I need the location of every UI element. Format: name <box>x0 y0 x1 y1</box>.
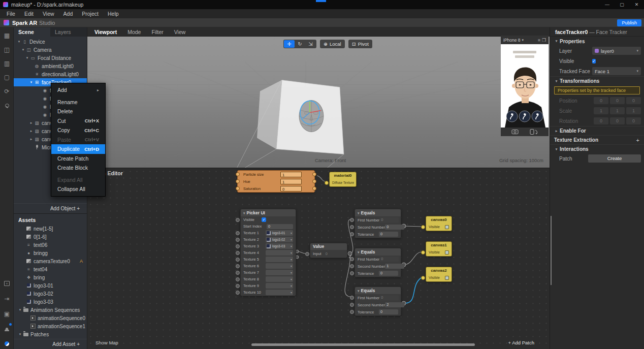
value-input[interactable]: 0 <box>379 257 399 262</box>
patch-editor[interactable]: Patch Editor Particle size1Hue1Saturatio… <box>87 168 550 349</box>
add-folder-icon[interactable] <box>0 278 14 289</box>
value-input[interactable]: 1 <box>280 172 302 177</box>
rotate-device-icon[interactable] <box>530 130 537 135</box>
input-port[interactable] <box>236 179 240 183</box>
columns-icon[interactable]: ▥ <box>0 58 14 69</box>
asset-item-animation-sequences[interactable]: ▾Animation Sequences <box>14 306 87 314</box>
texture-dropdown[interactable]: ▾ <box>266 290 293 295</box>
menubar-item-add[interactable]: Add <box>59 9 78 18</box>
local-space-button[interactable]: ⊕ Local <box>320 40 345 48</box>
horizontal-scrollbar[interactable] <box>251 343 475 346</box>
input-port[interactable] <box>236 172 240 176</box>
asset-item-bringg[interactable]: ●bringg <box>14 249 87 257</box>
canvas-node-2[interactable]: canvas2Visible <box>426 267 452 282</box>
color-adjustment-node[interactable]: Particle size1Hue1Saturation0 <box>237 170 315 193</box>
scene-item-focal-distance[interactable]: ▾▭Focal Distance <box>14 54 87 62</box>
expand-arrow-icon[interactable]: ▾ <box>29 80 34 84</box>
viewport-menu-view[interactable]: View <box>174 29 191 35</box>
equals-node-0[interactable]: ▾EqualsFirst Number0Second Number0Tolera… <box>355 209 401 238</box>
context-menu-item-copy[interactable]: CopyCtrl+C <box>51 125 105 135</box>
rotate-tool-button[interactable]: ↻ <box>295 40 305 48</box>
diffuse-texture-port[interactable] <box>325 181 329 185</box>
value-input-value[interactable]: 0 <box>326 251 328 256</box>
context-menu-item-delete[interactable]: Delete <box>51 107 105 116</box>
texture-input-port[interactable] <box>236 244 240 248</box>
input-port[interactable] <box>350 225 354 229</box>
asset-item-animationsequence0[interactable]: animationSequence0 <box>14 314 87 322</box>
texture-dropdown[interactable]: ▾ <box>266 257 293 262</box>
asset-item-text04[interactable]: ≡text04 <box>14 265 87 273</box>
show-map-button[interactable]: Show Map <box>95 340 118 345</box>
section-interactions[interactable]: ▾ Interactions <box>550 144 644 153</box>
texture-input-port[interactable] <box>236 258 240 262</box>
simulator-menu-icon[interactable]: ≡ <box>538 38 540 43</box>
search-icon[interactable] <box>0 101 14 111</box>
transform-value-cell[interactable]: 0 <box>626 117 641 124</box>
context-menu-item-duplicate[interactable]: DuplicateCtrl+D <box>51 144 105 154</box>
account-icon[interactable] <box>0 324 14 334</box>
input-port[interactable] <box>350 296 354 300</box>
texture-dropdown[interactable]: logo3-02▾ <box>266 237 293 242</box>
value-input[interactable]: 0 <box>379 217 399 223</box>
send-to-device-icon[interactable]: ⇥ <box>0 294 14 304</box>
input-port[interactable] <box>350 218 354 222</box>
inspector-scrollbar[interactable] <box>551 216 552 285</box>
asset-item-new-1-5-[interactable]: new[1-5] <box>14 225 87 233</box>
canvas-node-1[interactable]: canvas1Visible <box>426 241 452 257</box>
picker-ui-node[interactable]: ▾Picker UI Visible ✓ Start Index 0 Textu… <box>240 209 296 296</box>
section-transformations[interactable]: ▾ Transformations <box>550 76 644 85</box>
collapse-arrow-icon[interactable]: ▸ <box>29 121 34 125</box>
transform-value-cell[interactable]: 0 <box>610 97 625 104</box>
publish-button[interactable]: Publish <box>617 19 641 26</box>
simulator-screen[interactable] <box>501 44 549 128</box>
menubar-item-help[interactable]: Help <box>103 9 123 18</box>
reset-view-icon[interactable]: ⟳ <box>0 86 14 97</box>
viewport-menu-mode[interactable]: Mode <box>127 29 146 35</box>
viewport-menu-filter[interactable]: Filter <box>151 29 169 35</box>
device-select[interactable]: iPhone 8 <box>503 38 521 43</box>
output-port[interactable] <box>312 179 316 183</box>
texture-input-port[interactable] <box>236 251 240 255</box>
context-menu-item-create-patch[interactable]: Create Patch <box>51 154 105 164</box>
value-input[interactable]: 2 <box>385 302 404 307</box>
value-input[interactable]: 0 <box>379 271 398 276</box>
visible-checkbox[interactable] <box>445 276 449 280</box>
context-menu-item-cut[interactable]: CutCtrl+X <box>51 116 105 126</box>
tab-layers[interactable]: Layers <box>50 27 87 37</box>
material-node[interactable]: material0 Diffuse Texture <box>329 172 357 187</box>
menubar-item-view[interactable]: View <box>38 9 59 18</box>
panels-icon[interactable]: ▦ <box>0 30 14 41</box>
section-texture-extraction[interactable]: Texture Extraction + <box>550 135 644 144</box>
scene-item-device[interactable]: ▾▯Device <box>14 38 87 46</box>
tracked-face-dropdown[interactable]: Face 1 ▾ <box>592 67 641 75</box>
texture-dropdown[interactable]: ▾ <box>266 276 293 282</box>
picker-ui-buttons[interactable] <box>506 111 543 122</box>
texture-dropdown[interactable]: ▾ <box>266 270 293 275</box>
texture-dropdown[interactable]: logo3-01▾ <box>266 230 293 236</box>
texture-input-port[interactable] <box>236 291 240 295</box>
collapse-arrow-icon[interactable]: ▸ <box>29 137 34 141</box>
add-patch-button[interactable]: + Add Patch <box>508 340 535 345</box>
output-port[interactable] <box>312 186 316 191</box>
equals-node-2[interactable]: ▾EqualsFirst Number0Second Number2Tolera… <box>355 287 401 316</box>
layer-dropdown[interactable]: layer0 ▾ <box>592 47 641 55</box>
menubar-item-project[interactable]: Project <box>77 9 103 18</box>
asset-item-logo3-01[interactable]: logo3-01 <box>14 281 87 290</box>
input-port[interactable] <box>350 271 354 275</box>
asset-item-logo3-02[interactable]: logo3-02 <box>14 290 87 298</box>
visible-port[interactable] <box>421 250 425 255</box>
value-input[interactable]: 1 <box>280 179 302 184</box>
texture-dropdown[interactable]: ▾ <box>266 283 293 289</box>
value-input[interactable]: 0 <box>385 225 404 230</box>
pivot-button[interactable]: ⊡ Pivot <box>348 40 372 48</box>
transform-value-cell[interactable]: 0 <box>594 97 608 104</box>
canvas-node-0[interactable]: canvas0Visible <box>426 216 452 231</box>
value-input-port[interactable] <box>305 252 309 256</box>
visible-port[interactable] <box>421 225 425 229</box>
scene-item-directionallight0[interactable]: ✳directionalLight0 <box>14 70 87 78</box>
texture-dropdown[interactable]: ▾ <box>266 250 293 256</box>
viewport-menu-viewport[interactable]: Viewport <box>94 29 122 35</box>
expand-arrow-icon[interactable]: ▾ <box>18 308 22 312</box>
texture-input-port[interactable] <box>236 284 240 288</box>
input-port[interactable] <box>350 232 354 236</box>
